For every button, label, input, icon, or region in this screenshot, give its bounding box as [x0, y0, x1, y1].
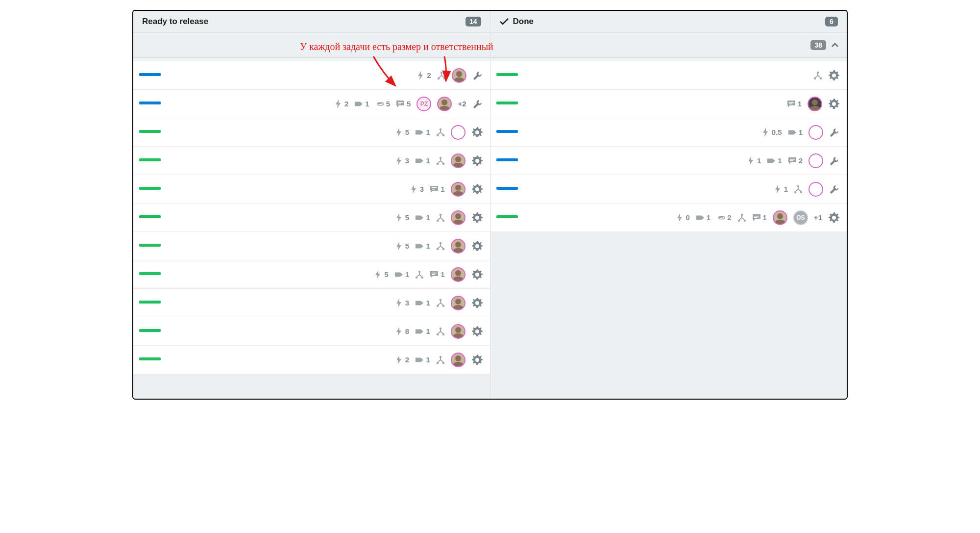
effort-icon[interactable]: 2	[416, 71, 431, 80]
avatar[interactable]: PZ	[416, 97, 431, 111]
branch-icon[interactable]	[436, 299, 445, 307]
branch-icon[interactable]	[813, 71, 822, 80]
effort-icon[interactable]: 5	[373, 270, 388, 279]
task-card[interactable]	[490, 61, 847, 89]
tag-icon[interactable]: 1	[415, 156, 430, 165]
avatar-overflow[interactable]: +2	[458, 100, 466, 108]
task-card[interactable]: 1	[490, 175, 847, 203]
gear-icon[interactable]	[471, 269, 483, 280]
effort-icon[interactable]: 5	[394, 242, 409, 251]
tag-icon[interactable]: 1	[415, 213, 430, 222]
comment-icon[interactable]: 1	[752, 213, 767, 222]
wrench-icon[interactable]	[829, 184, 840, 195]
avatar[interactable]	[808, 97, 822, 111]
task-card[interactable]: 1	[490, 89, 847, 118]
branch-icon[interactable]	[436, 156, 445, 165]
avatar[interactable]	[451, 353, 466, 367]
gear-icon[interactable]	[471, 183, 483, 195]
wrench-icon[interactable]	[472, 70, 483, 81]
gear-icon[interactable]	[471, 354, 483, 366]
gear-icon[interactable]	[471, 326, 483, 337]
task-card[interactable]: 112	[490, 146, 847, 175]
comment-icon[interactable]: 1	[430, 270, 444, 279]
task-card[interactable]: 31	[133, 175, 490, 203]
gear-icon[interactable]	[471, 297, 483, 309]
effort-icon[interactable]: 0	[675, 213, 690, 222]
tag-icon[interactable]: 1	[354, 100, 369, 108]
tag-icon[interactable]: 1	[415, 299, 430, 307]
avatar-overflow[interactable]: +1	[814, 213, 822, 222]
gear-icon[interactable]	[828, 70, 840, 81]
branch-icon[interactable]	[737, 213, 746, 222]
comment-icon[interactable]: 1	[787, 100, 802, 108]
effort-icon[interactable]: 2	[334, 100, 348, 108]
effort-icon[interactable]: 5	[394, 213, 409, 222]
avatar[interactable]	[451, 267, 466, 282]
tag-icon[interactable]: 1	[415, 128, 430, 137]
tag-icon[interactable]: 1	[415, 327, 430, 336]
avatar[interactable]	[451, 296, 466, 310]
wrench-icon[interactable]	[472, 99, 483, 109]
branch-icon[interactable]	[794, 185, 803, 194]
branch-icon[interactable]	[436, 128, 445, 137]
avatar[interactable]: OS	[793, 210, 808, 225]
avatar[interactable]	[808, 182, 823, 197]
branch-icon[interactable]	[415, 270, 424, 279]
gear-icon[interactable]	[471, 240, 483, 252]
avatar[interactable]	[451, 153, 466, 168]
branch-icon[interactable]	[436, 327, 445, 336]
wrench-icon[interactable]	[829, 127, 840, 138]
comment-icon[interactable]: 2	[788, 156, 803, 165]
chevron-up-icon[interactable]	[831, 42, 839, 48]
tag-icon[interactable]: 1	[788, 128, 803, 137]
avatar[interactable]	[451, 182, 466, 197]
branch-icon[interactable]	[437, 71, 446, 80]
tag-icon[interactable]: 1	[767, 156, 782, 165]
task-card[interactable]: 0121OS+1	[490, 203, 847, 231]
tag-icon[interactable]: 1	[415, 355, 430, 364]
task-card[interactable]: 2155PZ+2	[133, 89, 490, 118]
task-card[interactable]: 31	[133, 146, 490, 175]
task-card[interactable]: 51	[133, 203, 490, 231]
task-card[interactable]: 51	[133, 118, 490, 146]
gear-icon[interactable]	[828, 98, 840, 110]
effort-icon[interactable]: 3	[409, 185, 424, 194]
task-card[interactable]: 31	[133, 288, 490, 317]
gear-icon[interactable]	[471, 212, 483, 224]
effort-icon[interactable]: 1	[746, 156, 761, 165]
branch-icon[interactable]	[436, 242, 445, 251]
comment-icon[interactable]: 1	[430, 185, 444, 194]
gear-icon[interactable]	[471, 127, 483, 138]
task-card[interactable]: 0.51	[490, 118, 847, 146]
wrench-icon[interactable]	[829, 155, 840, 166]
tag-icon[interactable]: 1	[394, 270, 409, 279]
avatar[interactable]	[451, 125, 466, 140]
avatar[interactable]	[437, 97, 452, 111]
avatar[interactable]	[452, 68, 466, 83]
task-card[interactable]: 2	[133, 61, 490, 89]
avatar[interactable]	[808, 125, 823, 140]
effort-icon[interactable]: 5	[394, 128, 409, 137]
avatar[interactable]	[773, 210, 787, 225]
effort-icon[interactable]: 3	[394, 299, 409, 307]
effort-icon[interactable]: 2	[394, 355, 409, 364]
avatar[interactable]	[808, 153, 823, 168]
effort-icon[interactable]: 1	[773, 185, 788, 194]
gear-icon[interactable]	[471, 155, 483, 167]
attachment-icon[interactable]: 5	[375, 100, 390, 108]
avatar[interactable]	[451, 239, 466, 254]
effort-icon[interactable]: 8	[394, 327, 409, 336]
comment-icon[interactable]: 5	[396, 100, 411, 108]
tag-icon[interactable]: 1	[415, 242, 430, 251]
gear-icon[interactable]	[828, 212, 840, 224]
task-card[interactable]: 21	[133, 345, 490, 374]
effort-icon[interactable]: 0.5	[761, 128, 782, 137]
tag-icon[interactable]: 1	[696, 213, 710, 222]
avatar[interactable]	[451, 324, 466, 339]
effort-icon[interactable]: 3	[394, 156, 409, 165]
branch-icon[interactable]	[436, 213, 445, 222]
attachment-icon[interactable]: 2	[716, 213, 731, 222]
task-card[interactable]: 51	[133, 231, 490, 260]
task-card[interactable]: 511	[133, 260, 490, 288]
avatar[interactable]	[451, 210, 466, 225]
